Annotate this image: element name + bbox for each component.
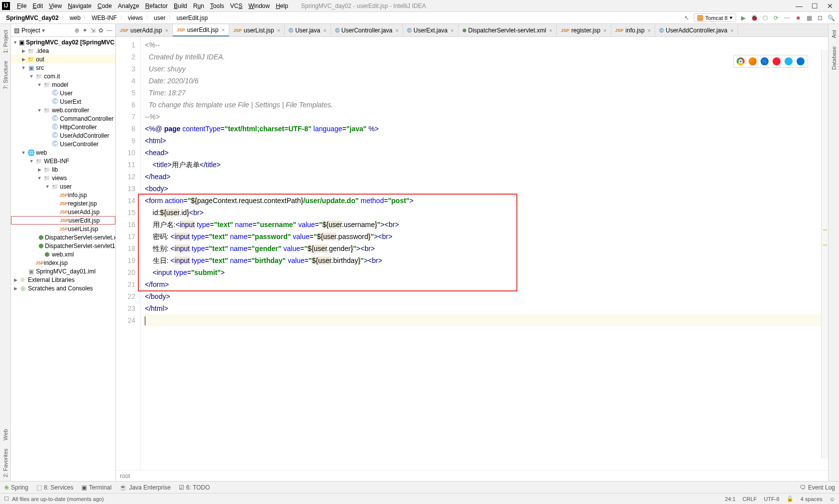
crumb-file[interactable]: userEdit.jsp: [174, 14, 210, 21]
editor-tab[interactable]: JSPregister.jsp×: [557, 24, 611, 36]
close-button[interactable]: ✕: [827, 2, 833, 10]
status-inspection-icon[interactable]: ☺: [830, 496, 835, 502]
close-icon[interactable]: ×: [648, 27, 651, 33]
tree-src[interactable]: ▼▣src: [11, 63, 115, 72]
tab-ant[interactable]: Ant: [830, 26, 838, 42]
tree-model[interactable]: ▼model: [11, 80, 115, 89]
close-icon[interactable]: ×: [222, 27, 225, 33]
back-icon[interactable]: ↖: [683, 14, 691, 22]
tab-favorites[interactable]: 2: Favorites: [1, 445, 9, 481]
menu-build[interactable]: Build: [171, 2, 190, 9]
coverage-button[interactable]: ⬡: [761, 14, 769, 22]
run-config-selector[interactable]: Tomcat 8 ▾: [694, 13, 736, 22]
bottom-spring[interactable]: ❀Spring: [4, 484, 28, 491]
edge-icon[interactable]: [797, 57, 805, 65]
close-icon[interactable]: ×: [603, 27, 606, 33]
tree-web[interactable]: ▼🌐web: [11, 148, 115, 157]
menu-analyze[interactable]: Analyze: [115, 2, 142, 9]
debug-button[interactable]: 🐞: [750, 14, 758, 22]
project-tree[interactable]: ▼▣SpringMVC_day02 [SpringMVC_day0 ▶.idea…: [11, 37, 115, 481]
editor-tab[interactable]: ⒸUserExt.java×: [403, 24, 458, 36]
editor-tab[interactable]: ⒸUser.java×: [285, 24, 331, 36]
tab-web[interactable]: Web: [1, 425, 9, 444]
close-icon[interactable]: ×: [730, 27, 733, 33]
tab-project[interactable]: 1: Project: [1, 26, 9, 57]
tree-user-class[interactable]: ⒸUser: [11, 89, 115, 97]
tree-root[interactable]: ▼▣SpringMVC_day02 [SpringMVC_day0: [11, 38, 115, 46]
bottom-terminal[interactable]: ▣Terminal: [81, 484, 111, 491]
tree-httpctrl[interactable]: ⒸHttpController: [11, 123, 115, 131]
chevron-down-icon[interactable]: ▾: [42, 27, 45, 34]
tree-scratch[interactable]: ▶◎Scratches and Consoles: [11, 284, 115, 292]
status-position[interactable]: 24:1: [725, 496, 735, 502]
tree-webxml[interactable]: ⬢web.xml: [11, 250, 115, 258]
collapse-icon[interactable]: ⇲: [90, 27, 95, 34]
editor-tab[interactable]: ⬢DispatcherServlet-servlet.xml×: [458, 24, 557, 36]
opera-icon[interactable]: [773, 57, 781, 65]
tree-webcontroller[interactable]: ▼web.controller: [11, 106, 115, 114]
tree-userext-class[interactable]: ⒸUserExt: [11, 97, 115, 106]
code-content[interactable]: <%-- Created by IntelliJ IDEA. User: shu…: [141, 37, 828, 470]
tree-iml[interactable]: ▣SpringMVC_day01.iml: [11, 267, 115, 275]
tree-useradd[interactable]: JSPuserAdd.jsp: [11, 208, 115, 216]
close-icon[interactable]: ×: [549, 27, 552, 33]
chrome-icon[interactable]: [737, 57, 745, 65]
safari-icon[interactable]: [761, 57, 769, 65]
crumb-user[interactable]: user: [152, 14, 167, 21]
code-editor[interactable]: 123456789101112131415161718192021222324 …: [116, 37, 828, 470]
search-icon[interactable]: 🔍: [827, 14, 835, 22]
settings-icon[interactable]: ✿: [98, 27, 103, 34]
editor-tab[interactable]: JSPuserAdd.jsp×: [116, 24, 173, 36]
tree-out[interactable]: ▶out: [11, 55, 115, 63]
hide-icon[interactable]: —: [106, 27, 112, 34]
menu-navigate[interactable]: Navigate: [65, 2, 94, 9]
run-button[interactable]: ▶: [739, 14, 747, 22]
crumb-webinf[interactable]: WEB-INF: [89, 14, 119, 21]
tab-database[interactable]: Database: [830, 42, 838, 74]
profile-button[interactable]: ⟳: [772, 14, 780, 22]
menu-help[interactable]: Help: [273, 2, 291, 9]
stop-button[interactable]: ■: [794, 14, 802, 22]
tree-useredit[interactable]: JSPuserEdit.jsp: [11, 216, 115, 225]
tree-register[interactable]: JSPregister.jsp: [11, 199, 115, 208]
tree-idea[interactable]: ▶.idea: [11, 46, 115, 55]
editor-tab[interactable]: JSPuserEdit.jsp×: [173, 24, 229, 36]
layout-button[interactable]: ▦: [805, 14, 813, 22]
editor-tab[interactable]: ⒸUserController.java×: [331, 24, 403, 36]
tree-useraddctrl[interactable]: ⒸUserAddController: [11, 131, 115, 140]
ie-icon[interactable]: [785, 57, 793, 65]
tree-info[interactable]: JSPinfo.jsp: [11, 191, 115, 199]
editor-tab[interactable]: ⒸUserAddController.java×: [655, 24, 738, 36]
menu-run[interactable]: Run: [190, 2, 207, 9]
expand-button[interactable]: ⊡: [816, 14, 824, 22]
editor-breadcrumb[interactable]: root: [116, 470, 828, 481]
crumb-project[interactable]: SpringMVC_day02: [4, 14, 60, 21]
menu-refactor[interactable]: Refactor: [142, 2, 171, 9]
tree-indexjsp[interactable]: JSPindex.jsp: [11, 258, 115, 267]
menu-window[interactable]: Window: [245, 2, 273, 9]
status-indent[interactable]: 4 spaces: [801, 496, 823, 502]
tree-userdir[interactable]: ▼user: [11, 182, 115, 191]
tree-views[interactable]: ▼views: [11, 174, 115, 182]
editor-tab[interactable]: JSPinfo.jsp×: [611, 24, 655, 36]
tree-lib[interactable]: ▶lib: [11, 165, 115, 174]
bottom-services[interactable]: ⬚8: Services: [36, 484, 73, 491]
close-icon[interactable]: ×: [323, 27, 326, 33]
maximize-button[interactable]: ☐: [812, 2, 818, 10]
firefox-icon[interactable]: [749, 57, 757, 65]
bottom-eventlog[interactable]: 🗨Event Log: [800, 484, 835, 491]
minimize-button[interactable]: —: [796, 2, 803, 10]
status-encoding[interactable]: UTF-8: [764, 496, 780, 502]
tree-disp2[interactable]: ⬢DispatcherServlet-servlet1.xr: [11, 242, 115, 250]
tree-cmdctrl[interactable]: ⒸCommandController: [11, 114, 115, 123]
expand-icon[interactable]: ✦: [82, 27, 87, 34]
select-opened-icon[interactable]: ⊕: [74, 27, 79, 34]
close-icon[interactable]: ×: [277, 27, 280, 33]
tree-extlib[interactable]: ▶⊪External Libraries: [11, 275, 115, 284]
tab-structure[interactable]: 7: Structure: [1, 57, 9, 93]
menu-file[interactable]: File: [14, 2, 29, 9]
menu-code[interactable]: Code: [94, 2, 115, 9]
editor-tab[interactable]: JSPuserList.jsp×: [229, 24, 285, 36]
crumb-views[interactable]: views: [126, 14, 145, 21]
bottom-javaee[interactable]: ☕Java Enterprise: [119, 484, 170, 491]
